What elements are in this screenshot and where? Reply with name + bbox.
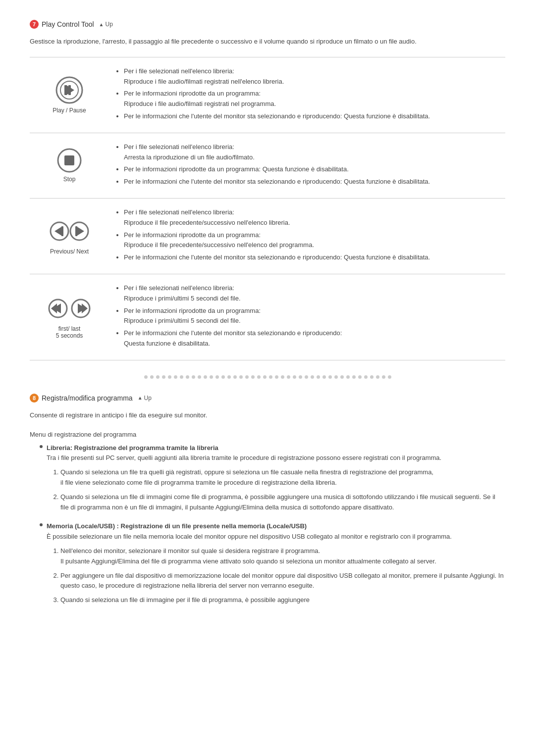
- dot: [293, 375, 296, 379]
- section1-up-label: Up: [105, 21, 112, 28]
- section2-bullet-item-1: Memoria (Locale/USB) : Registrazione di …: [40, 521, 505, 609]
- sub-list-1: Nell'elenco dei monitor, selezionare il …: [52, 546, 505, 605]
- dot: [287, 375, 290, 379]
- icon-cell-stop: Stop: [30, 133, 109, 198]
- list-item: Per le informazioni riprodotte da un pro…: [124, 89, 499, 109]
- dot: [174, 375, 177, 379]
- section2-icon: 8: [30, 394, 39, 403]
- section2: 8 Registra/modifica programma ▲ Up Conse…: [30, 394, 505, 609]
- svg-marker-8: [54, 226, 62, 236]
- section2-items: Libreria: Registrazione del programma tr…: [40, 443, 505, 609]
- dot: [198, 375, 201, 379]
- dot: [204, 375, 207, 379]
- list-item: Quando si seleziona un file di immagini …: [60, 492, 505, 513]
- svg-marker-18: [82, 303, 88, 313]
- dot: [346, 375, 350, 379]
- bullet-dot-icon: [40, 523, 43, 526]
- dot: [358, 375, 362, 379]
- list-item: Nell'elenco dei monitor, selezionare il …: [60, 546, 505, 567]
- dot: [251, 375, 255, 379]
- dot: [168, 375, 171, 379]
- dot: [239, 375, 243, 379]
- svg-rect-3: [64, 85, 67, 95]
- up-arrow-icon: ▲: [99, 22, 104, 27]
- svg-rect-4: [68, 85, 71, 95]
- control-row-first_last: first/ last 5 secondsPer i file selezion…: [30, 274, 505, 360]
- control-row-play_pause: Play / PausePer i file selezionati nell'…: [30, 57, 505, 133]
- first_last-icon: [36, 295, 103, 322]
- list-item: Per le informazioni riprodotte da un pro…: [124, 230, 499, 251]
- list-item: Quando si seleziona un file di immagine …: [60, 595, 505, 605]
- icon-label-play_pause: Play / Pause: [36, 107, 103, 114]
- dot: [257, 375, 261, 379]
- dot: [382, 375, 385, 379]
- bullet-content-0: Libreria: Registrazione del programma tr…: [47, 443, 505, 517]
- dot: [322, 375, 326, 379]
- section2-up-arrow-icon: ▲: [138, 395, 143, 401]
- desc-cell-stop: Per i file selezionati nell'elenco libre…: [109, 133, 505, 198]
- svg-marker-15: [51, 303, 57, 313]
- section1-description: Gestisce la riproduzione, l'arresto, il …: [30, 37, 505, 47]
- desc-cell-play_pause: Per i file selezionati nell'elenco libre…: [109, 57, 505, 133]
- prev_next-icon: [36, 217, 103, 245]
- desc-list-prev_next: Per i file selezionati nell'elenco libre…: [115, 207, 499, 263]
- section1-up-link[interactable]: ▲ Up: [99, 21, 113, 28]
- bullet-bold-label-1: Memoria (Locale/USB) : Registrazione di …: [47, 522, 307, 530]
- section2-up-label: Up: [144, 395, 152, 402]
- list-item: Per i file selezionati nell'elenco libre…: [124, 66, 499, 87]
- list-item: Per le informazioni riprodotte da un pro…: [124, 164, 499, 175]
- dot: [221, 375, 225, 379]
- icon-cell-first_last: first/ last 5 seconds: [30, 274, 109, 360]
- dot: [376, 375, 379, 379]
- list-item: Per le informazioni che l'utente del mon…: [124, 252, 499, 263]
- section1-header: 7 Play Control Tool ▲ Up: [30, 20, 505, 29]
- dot: [305, 375, 308, 379]
- section2-up-link[interactable]: ▲ Up: [138, 395, 152, 402]
- dot: [311, 375, 314, 379]
- section1-title: Play Control Tool: [42, 20, 94, 28]
- section2-header: 8 Registra/modifica programma ▲ Up: [30, 394, 505, 403]
- list-item: Per i file selezionati nell'elenco libre…: [124, 207, 499, 228]
- dot: [328, 375, 332, 379]
- svg-rect-12: [75, 226, 77, 236]
- dot: [299, 375, 302, 379]
- icon-label-prev_next: Previous/ Next: [36, 248, 103, 255]
- desc-cell-prev_next: Per i file selezionati nell'elenco libre…: [109, 198, 505, 274]
- bullet-content-1: Memoria (Locale/USB) : Registrazione di …: [47, 521, 505, 609]
- dot: [156, 375, 160, 379]
- svg-marker-11: [76, 226, 84, 236]
- dots-divider: [30, 375, 505, 379]
- control-row-prev_next: Previous/ NextPer i file selezionati nel…: [30, 198, 505, 274]
- dot: [281, 375, 284, 379]
- dot: [144, 375, 148, 379]
- list-item: Per le informazioni che l'utente del mon…: [124, 328, 499, 349]
- list-item: Per i file selezionati nell'elenco libre…: [124, 142, 499, 163]
- dot: [340, 375, 344, 379]
- dot: [388, 375, 391, 379]
- svg-rect-9: [61, 226, 63, 236]
- menu-section-title: Menu di registrazione del programma: [30, 431, 505, 438]
- control-table: Play / PausePer i file selezionati nell'…: [30, 57, 505, 360]
- dot: [364, 375, 368, 379]
- desc-list-first_last: Per i file selezionati nell'elenco libre…: [115, 283, 499, 349]
- dot: [275, 375, 278, 379]
- desc-list-stop: Per i file selezionati nell'elenco libre…: [115, 142, 499, 187]
- bullet-bold-label-0: Libreria: Registrazione del programma tr…: [47, 444, 218, 452]
- control-row-stop: StopPer i file selezionati nell'elenco l…: [30, 133, 505, 198]
- dot: [370, 375, 374, 379]
- ordered-list-1: Nell'elenco dei monitor, selezionare il …: [52, 546, 505, 605]
- desc-list-play_pause: Per i file selezionati nell'elenco libre…: [115, 66, 499, 122]
- dot: [210, 375, 213, 379]
- list-item: Per aggiungere un file dal dispositivo d…: [60, 571, 505, 592]
- sub-list-0: Quando si seleziona un file tra quelli g…: [52, 467, 505, 512]
- dot: [352, 375, 356, 379]
- icon-cell-play_pause: Play / Pause: [30, 57, 109, 133]
- dot: [150, 375, 154, 379]
- icon-cell-prev_next: Previous/ Next: [30, 198, 109, 274]
- section2-title: Registra/modifica programma: [42, 394, 133, 402]
- svg-rect-6: [64, 155, 74, 165]
- icon-label-first_last: first/ last 5 seconds: [36, 325, 103, 339]
- play_pause-icon: [36, 76, 103, 104]
- list-item: Per le informazioni riprodotte da un pro…: [124, 306, 499, 327]
- ordered-list-0: Quando si seleziona un file tra quelli g…: [52, 467, 505, 512]
